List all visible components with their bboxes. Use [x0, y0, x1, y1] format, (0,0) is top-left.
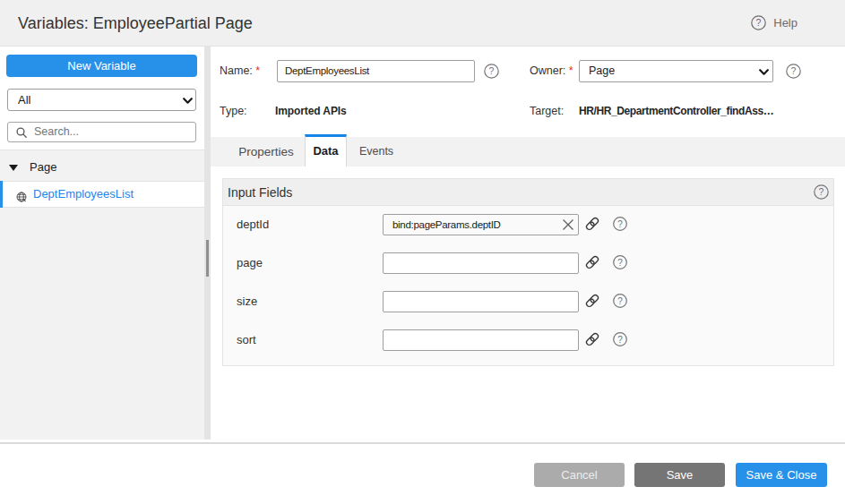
svg-text:?: ?	[819, 186, 824, 197]
svg-text:?: ?	[617, 219, 623, 229]
svg-text:?: ?	[617, 335, 623, 345]
svg-text:?: ?	[791, 65, 797, 76]
svg-text:?: ?	[617, 296, 623, 306]
svg-text:?: ?	[617, 258, 623, 268]
svg-text:?: ?	[756, 17, 762, 28]
svg-text:?: ?	[489, 65, 495, 76]
